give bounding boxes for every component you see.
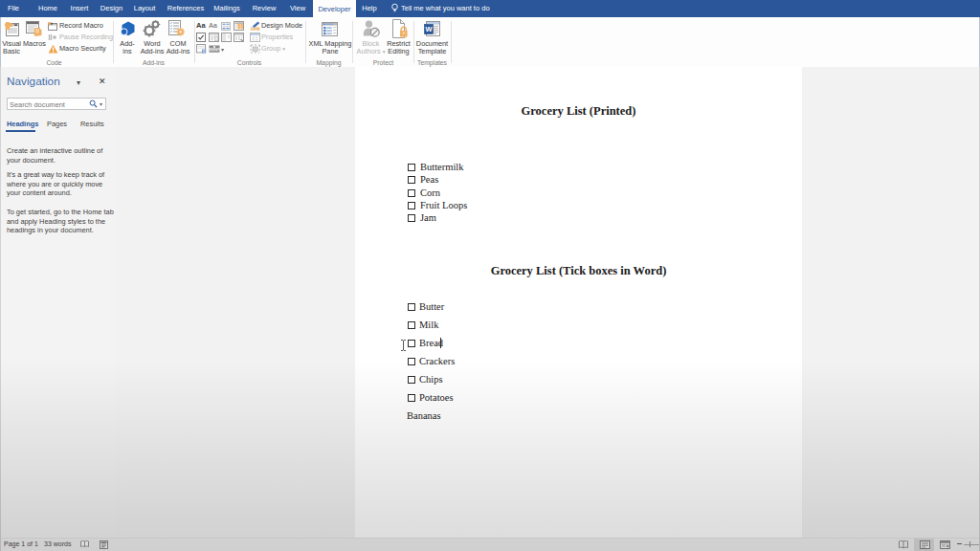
svg-text:W: W xyxy=(425,25,433,33)
